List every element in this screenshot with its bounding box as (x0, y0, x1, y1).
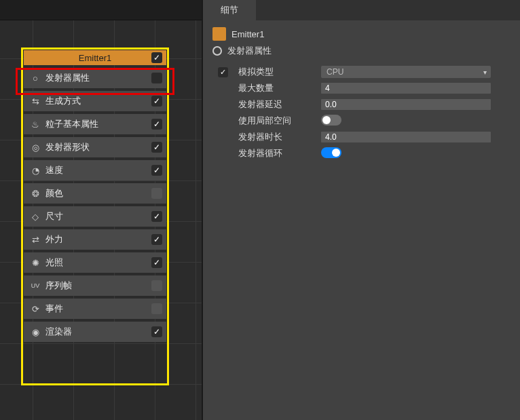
property-icon: ◇ (29, 212, 41, 222)
property-checkbox[interactable] (151, 303, 162, 314)
max-count-value: 4 (325, 83, 330, 93)
property-checkbox[interactable] (151, 119, 162, 130)
property-label: 渲染器 (45, 326, 161, 338)
property-label: 尺寸 (45, 210, 161, 223)
details-panel: 细节 Emitter1 发射器属性 模拟类型 CPU ▾ (202, 0, 520, 420)
property-icon: ⇆ (29, 96, 41, 107)
property-checkbox[interactable] (151, 165, 162, 176)
property-label: 事件 (45, 303, 161, 315)
property-checkbox[interactable] (151, 326, 162, 337)
property-icon: ◉ (29, 327, 41, 337)
detail-row-sim-type: 模拟类型 CPU ▾ (212, 64, 510, 80)
detail-row-duration: 发射器时长 4.0 (212, 129, 510, 145)
property-label: 光照 (45, 256, 161, 269)
tab-details[interactable]: 细节 (203, 0, 256, 20)
property-row[interactable]: ◔速度 (24, 160, 166, 180)
delay-label: 发射器延迟 (238, 99, 282, 109)
emitter-header[interactable]: Emitter1 (24, 50, 166, 65)
property-icon: ⟳ (29, 304, 41, 314)
loop-label: 发射器循环 (238, 148, 282, 158)
detail-row-local-space: 使用局部空间 (212, 113, 510, 129)
property-checkbox[interactable] (151, 142, 162, 153)
property-row[interactable]: ❂颜色 (24, 183, 166, 204)
property-icon: ❂ (29, 189, 41, 199)
property-icon: ♨ (29, 119, 41, 130)
property-checkbox[interactable] (151, 188, 162, 199)
property-label: 生成方式 (45, 95, 161, 107)
property-label: 序列帧 (45, 280, 161, 292)
property-icon: ○ (29, 73, 41, 83)
property-row[interactable]: ⇄外力 (24, 229, 166, 250)
property-label: 速度 (45, 164, 161, 176)
property-row[interactable]: ✺光照 (24, 252, 166, 273)
property-checkbox[interactable] (151, 257, 162, 268)
max-count-label: 最大数量 (238, 83, 274, 93)
emitter-property-list: Emitter1 ○发射器属性⇆生成方式♨粒子基本属性◎发射器形状◔速度❂颜色◇… (24, 50, 166, 342)
property-icon: ◔ (29, 166, 41, 176)
delay-value: 0.0 (325, 100, 337, 109)
sim-type-dropdown[interactable]: CPU ▾ (321, 66, 491, 78)
property-checkbox[interactable] (151, 211, 162, 222)
property-checkbox[interactable] (151, 73, 162, 83)
property-icon: ⇄ (29, 235, 41, 245)
details-emitter-title: Emitter1 (212, 27, 510, 41)
local-space-label: 使用局部空间 (238, 115, 291, 126)
emitter-enable-checkbox[interactable] (151, 52, 162, 63)
property-checkbox[interactable] (151, 234, 162, 245)
sim-type-value: CPU (327, 67, 343, 77)
max-count-input[interactable]: 4 (321, 83, 491, 94)
details-section-heading[interactable]: 发射器属性 (212, 45, 510, 57)
property-icon: ✺ (29, 258, 41, 268)
sim-type-label: 模拟类型 (238, 66, 274, 77)
detail-row-max-count: 最大数量 4 (212, 80, 510, 96)
sim-type-checkbox[interactable] (218, 67, 228, 77)
property-row[interactable]: ◇尺寸 (24, 206, 166, 227)
details-section-label: 发射器属性 (227, 45, 272, 57)
property-row[interactable]: ⇆生成方式 (24, 91, 166, 111)
details-emitter-label: Emitter1 (231, 29, 264, 39)
property-label: 颜色 (45, 187, 161, 199)
loop-toggle[interactable] (321, 147, 341, 158)
detail-row-delay: 发射器延迟 0.0 (212, 96, 510, 113)
details-tab-bar: 细节 (203, 0, 520, 20)
emitter-name-label: Emitter1 (79, 53, 111, 63)
detail-row-loop: 发射器循环 (212, 145, 510, 161)
property-label: 发射器属性 (45, 72, 161, 84)
property-checkbox[interactable] (151, 96, 162, 107)
property-row[interactable]: ⟳事件 (24, 299, 166, 319)
left-toolbar (0, 0, 202, 20)
property-label: 发射器形状 (45, 141, 161, 153)
duration-label: 发射器时长 (238, 132, 282, 142)
circle-icon (212, 46, 222, 56)
property-label: 外力 (45, 233, 161, 246)
property-row[interactable]: ◎发射器形状 (24, 137, 166, 157)
duration-value: 4.0 (325, 132, 337, 142)
property-checkbox[interactable] (151, 280, 162, 291)
property-icon: UV (29, 282, 41, 289)
property-row[interactable]: ♨粒子基本属性 (24, 114, 166, 134)
local-space-toggle[interactable] (321, 115, 341, 126)
property-icon: ◎ (29, 142, 41, 153)
property-row[interactable]: ◉渲染器 (24, 322, 166, 342)
property-row[interactable]: UV序列帧 (24, 275, 166, 296)
emitter-color-icon (212, 27, 226, 41)
duration-input[interactable]: 4.0 (321, 132, 491, 142)
tab-label: 细节 (221, 4, 238, 16)
chevron-down-icon: ▾ (483, 69, 487, 76)
node-graph-panel: Emitter1 ○发射器属性⇆生成方式♨粒子基本属性◎发射器形状◔速度❂颜色◇… (0, 0, 202, 420)
delay-input[interactable]: 0.0 (321, 99, 491, 110)
property-row[interactable]: ○发射器属性 (24, 68, 166, 88)
property-label: 粒子基本属性 (45, 118, 161, 130)
